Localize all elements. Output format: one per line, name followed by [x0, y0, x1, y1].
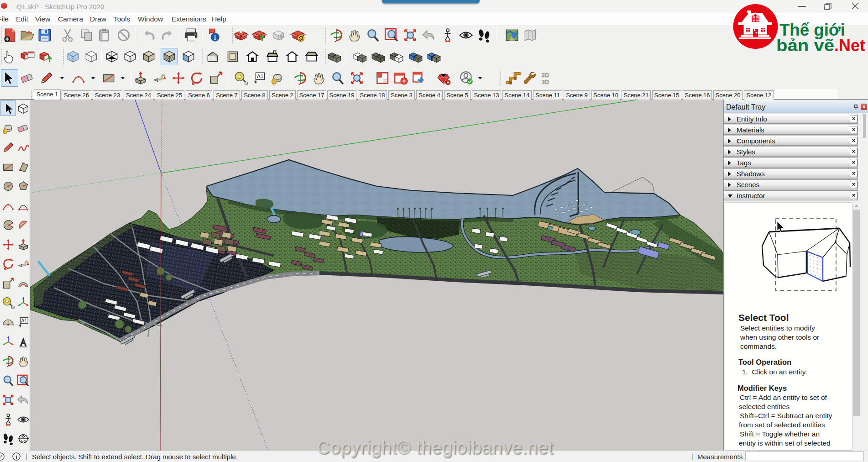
svg-text:i: i: [16, 454, 17, 460]
svg-text:2D: 2D: [542, 72, 549, 79]
svg-text:C: C: [22, 435, 25, 439]
svg-text:bản vẽ: bản vẽ: [776, 36, 834, 55]
svg-text:?: ?: [0, 454, 2, 459]
svg-text:A-S: A-S: [21, 440, 26, 443]
svg-text:3D: 3D: [542, 79, 549, 85]
svg-text:i: i: [214, 34, 216, 41]
svg-text:.Net: .Net: [834, 36, 865, 55]
svg-text:A1: A1: [21, 318, 27, 323]
svg-text:A1: A1: [257, 73, 263, 79]
